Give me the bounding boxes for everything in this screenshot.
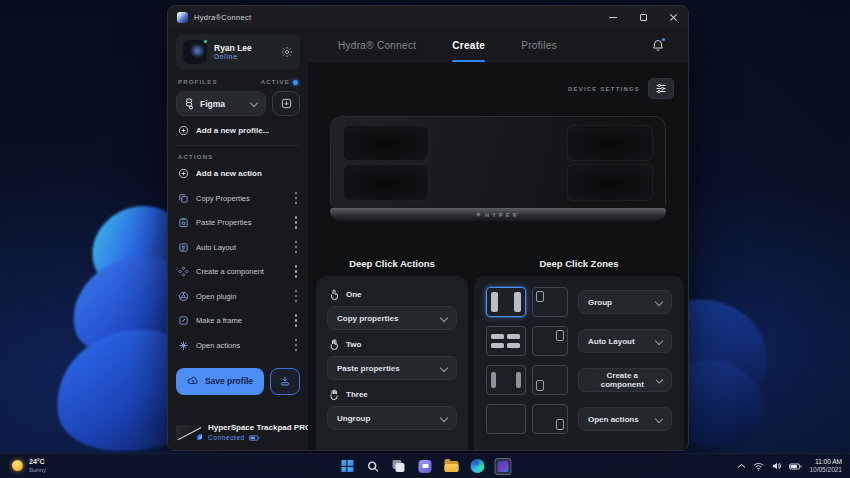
gesture-label: One xyxy=(346,290,362,299)
action-item-open-actions[interactable]: Open actions xyxy=(176,333,300,358)
window-title: Hydra®Connect xyxy=(194,13,251,22)
start-button[interactable] xyxy=(339,458,356,475)
add-new-profile-button[interactable]: Add a new profile... xyxy=(176,116,300,143)
chat-button[interactable] xyxy=(417,458,434,475)
component-icon xyxy=(178,266,189,277)
zone-layout-thumbnail-sides[interactable] xyxy=(486,365,526,395)
figma-icon xyxy=(185,98,194,110)
export-to-device-button[interactable] xyxy=(270,368,300,395)
dropdown-value: Auto Layout xyxy=(588,337,635,346)
maximize-icon xyxy=(640,14,647,21)
zone-four-dropdown[interactable]: Open actions xyxy=(578,407,672,431)
copy-icon xyxy=(178,193,189,204)
action-label: Copy Properties xyxy=(196,194,250,203)
zone-one-dropdown[interactable]: Group xyxy=(578,290,672,314)
add-new-action-button[interactable]: Add a new action xyxy=(176,164,300,186)
zone-position-thumbnail-top-left[interactable] xyxy=(532,287,568,317)
kebab-menu-icon[interactable] xyxy=(295,265,298,278)
zone-row-2: Auto Layout xyxy=(486,326,672,356)
profiles-section-header: PROFILES ACTIVE xyxy=(178,79,298,85)
minimize-button[interactable] xyxy=(598,6,628,28)
taskbar: 24°C Sunny xyxy=(0,453,850,478)
battery-button[interactable] xyxy=(789,463,802,470)
kebab-menu-icon[interactable] xyxy=(295,290,298,303)
plus-circle-icon xyxy=(178,168,189,179)
device-settings-button[interactable] xyxy=(648,78,674,99)
clock-widget[interactable]: 11:00 AM 10/05/2021 xyxy=(809,458,842,474)
plus-circle-icon xyxy=(178,125,189,136)
action-item-open-plugin[interactable]: Open plugin xyxy=(176,284,300,309)
chevron-down-icon xyxy=(655,414,663,422)
actions-label: ACTIONS xyxy=(178,154,213,160)
frame-icon xyxy=(178,315,189,326)
hand-three-icon xyxy=(329,389,339,400)
taskbar-center-icons xyxy=(339,458,512,475)
tab-profiles[interactable]: Profiles xyxy=(521,28,557,62)
import-profile-button[interactable] xyxy=(272,91,300,116)
tab-bar: Hydra® Connect Create Profiles xyxy=(308,28,688,62)
connected-device-row[interactable]: ✓ HyperSpace Trackpad PRO Connected xyxy=(176,417,300,444)
gear-icon xyxy=(281,46,293,58)
task-view-button[interactable] xyxy=(391,458,408,475)
action-label: Make a frame xyxy=(196,316,242,325)
action-two-dropdown[interactable]: Paste properties xyxy=(327,356,457,380)
save-profile-button[interactable]: Save profile xyxy=(176,368,264,395)
tray-expand-button[interactable] xyxy=(737,463,746,469)
zone-layout-thumbnail-rows[interactable] xyxy=(486,326,526,356)
kebab-menu-icon[interactable] xyxy=(295,314,298,327)
notifications-button[interactable] xyxy=(652,39,664,52)
volume-icon xyxy=(771,461,782,471)
search-icon xyxy=(367,460,380,473)
system-tray: 11:00 AM 10/05/2021 xyxy=(737,458,842,474)
plugin-icon xyxy=(178,291,189,302)
kebab-menu-icon[interactable] xyxy=(295,241,298,254)
settings-gear-button[interactable] xyxy=(281,46,293,58)
avatar xyxy=(183,40,207,64)
zone-three-dropdown[interactable]: Create a component xyxy=(578,368,672,392)
main-area: Hydra® Connect Create Profiles DEVICE SE… xyxy=(308,28,688,451)
profile-select-dropdown[interactable]: Figma xyxy=(176,91,266,116)
close-icon xyxy=(669,13,678,22)
folder-icon xyxy=(444,461,458,472)
action-item-paste-properties[interactable]: Paste Properties xyxy=(176,211,300,236)
action-item-create-component[interactable]: Create a component xyxy=(176,260,300,285)
hydra-app-taskbar-button[interactable] xyxy=(495,458,512,475)
tray-time: 11:00 AM xyxy=(809,458,842,466)
kebab-menu-icon[interactable] xyxy=(295,192,298,205)
action-item-copy-properties[interactable]: Copy Properties xyxy=(176,186,300,211)
zone-layout-thumbnail-empty[interactable] xyxy=(486,404,526,434)
device-brand-text: HYPER xyxy=(485,212,520,218)
action-item-make-frame[interactable]: Make a frame xyxy=(176,309,300,334)
zone-two-dropdown[interactable]: Auto Layout xyxy=(578,329,672,353)
gesture-label: Three xyxy=(346,390,368,399)
wifi-button[interactable] xyxy=(753,462,764,471)
zone-layout-thumbnail-corners-selected[interactable] xyxy=(486,287,526,317)
chevron-down-icon xyxy=(250,98,258,106)
tab-create[interactable]: Create xyxy=(452,28,485,62)
device-name: HyperSpace Trackpad PRO xyxy=(208,423,308,433)
tab-hydra-connect[interactable]: Hydra® Connect xyxy=(338,28,416,62)
volume-button[interactable] xyxy=(771,461,782,471)
sliders-icon xyxy=(655,83,667,94)
maximize-button[interactable] xyxy=(628,6,658,28)
action-three-dropdown[interactable]: Ungroup xyxy=(327,406,457,430)
dropdown-value: Ungroup xyxy=(337,414,370,423)
selected-profile-label: Figma xyxy=(200,99,225,109)
action-item-auto-layout[interactable]: Auto Layout xyxy=(176,235,300,260)
edge-browser-button[interactable] xyxy=(469,458,486,475)
trackpad-zone-bottom-left xyxy=(343,164,429,201)
zone-position-thumbnail-top-right[interactable] xyxy=(532,326,568,356)
zone-position-thumbnail-bottom-left[interactable] xyxy=(532,365,568,395)
battery-icon xyxy=(789,463,802,470)
kebab-menu-icon[interactable] xyxy=(295,216,298,229)
weather-widget[interactable]: 24°C Sunny xyxy=(12,458,46,474)
zone-position-thumbnail-bottom-right[interactable] xyxy=(532,404,568,434)
search-button[interactable] xyxy=(365,458,382,475)
action-one-dropdown[interactable]: Copy properties xyxy=(327,306,457,330)
action-label: Paste Properties xyxy=(196,218,251,227)
kebab-menu-icon[interactable] xyxy=(295,339,298,352)
cloud-upload-icon xyxy=(187,375,199,387)
add-new-action-label: Add a new action xyxy=(196,169,262,178)
close-button[interactable] xyxy=(658,6,688,28)
file-explorer-button[interactable] xyxy=(443,458,460,475)
